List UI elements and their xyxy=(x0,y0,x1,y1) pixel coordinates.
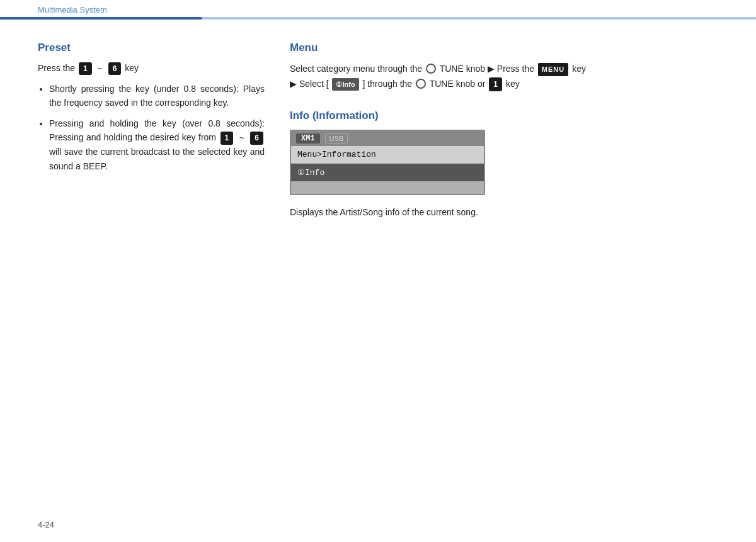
page-footer: 4-24 xyxy=(38,520,54,529)
page-header-title: Multimedia System xyxy=(38,5,756,14)
info-icon: ①Info xyxy=(332,78,358,91)
preset-title: Preset xyxy=(38,42,265,54)
tilde-2: ~ xyxy=(239,131,244,145)
menu-tune-label: TUNE knob xyxy=(440,64,485,74)
bullet-1: Shortly pressing the key (under 0.8 seco… xyxy=(49,82,265,110)
screen-label-usb: USB xyxy=(325,133,348,144)
bullet-2: Pressing and holding the key (over 0.8 s… xyxy=(49,116,265,174)
menu-title: Menu xyxy=(290,42,718,54)
menu-arrow-1: ▶ xyxy=(488,64,495,74)
preset-bullets: Shortly pressing the key (under 0.8 seco… xyxy=(38,82,265,173)
menu-text-3: key xyxy=(572,64,586,74)
menu-tune-label-2: TUNE knob or xyxy=(430,79,488,89)
press-prefix: Press the xyxy=(38,63,75,73)
preset-press-line: Press the 1 ~ 6 key xyxy=(38,62,265,76)
menu-text-1: Select category menu through the xyxy=(290,64,425,74)
key-badge-6b: 6 xyxy=(250,132,263,145)
screen-bottom-space xyxy=(291,181,484,194)
info-title: Info (Information) xyxy=(290,110,718,122)
menu-badge: MENU xyxy=(538,63,568,76)
tune-knob-icon xyxy=(426,64,436,74)
menu-text-2: Press the xyxy=(497,64,537,74)
page-header: Multimedia System xyxy=(0,0,756,23)
page-number: 4-24 xyxy=(38,520,54,529)
menu-section: Menu Select category menu through the TU… xyxy=(290,42,718,92)
header-bar-blue xyxy=(0,17,202,20)
menu-arrow-2: ▶ xyxy=(290,79,297,89)
screen-label-xm1: XM1 xyxy=(296,133,320,144)
key-badge-6: 6 xyxy=(108,62,122,75)
main-content: Preset Press the 1 ~ 6 key Shortly press… xyxy=(0,23,756,245)
screen-info-row: ①Info xyxy=(291,164,484,181)
screen-top-bar: XM1 USB xyxy=(291,131,484,146)
menu-text-4: Select [ xyxy=(299,79,329,89)
header-bar-light xyxy=(202,17,756,20)
screen-mockup: XM1 USB Menu>Information ①Info xyxy=(290,130,485,195)
key-badge-1c: 1 xyxy=(489,77,502,91)
menu-text-5: ] through the xyxy=(363,79,415,89)
screen-menu-row: Menu>Information xyxy=(291,146,484,164)
menu-text-block: Select category menu through the TUNE kn… xyxy=(290,62,718,92)
menu-text-6: key xyxy=(506,79,520,89)
tune-knob-icon-2 xyxy=(416,79,426,89)
preset-section: Preset Press the 1 ~ 6 key Shortly press… xyxy=(38,42,265,220)
right-column: Menu Select category menu through the TU… xyxy=(290,42,718,220)
info-section: Info (Information) XM1 USB Menu>Informat… xyxy=(290,110,718,220)
key-badge-1b: 1 xyxy=(220,132,234,145)
tilde-1: ~ xyxy=(98,62,103,76)
info-description: Displays the Artist/Song info of the cur… xyxy=(290,205,718,220)
press-suffix: key xyxy=(125,63,139,73)
key-badge-1: 1 xyxy=(79,62,92,75)
